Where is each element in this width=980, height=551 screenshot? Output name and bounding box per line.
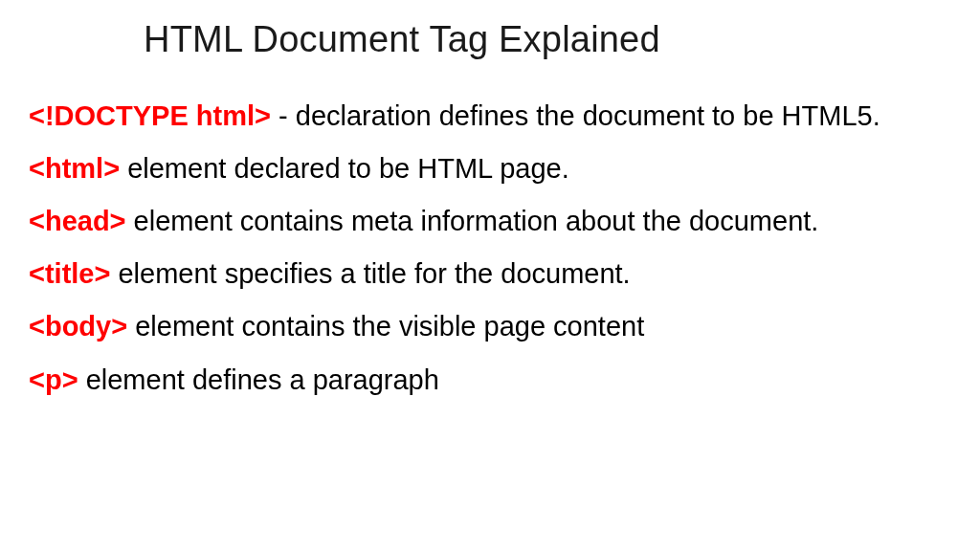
- slide-container: HTML Document Tag Explained <!DOCTYPE ht…: [0, 0, 980, 551]
- definition-line: <p> element defines a paragraph: [29, 363, 951, 398]
- desc-title: element specifies a title for the docume…: [110, 258, 630, 289]
- definition-line: <title> element specifies a title for th…: [29, 256, 951, 292]
- tag-html: <html>: [29, 153, 120, 184]
- definition-line: <!DOCTYPE html> - declaration defines th…: [29, 99, 951, 134]
- definition-line: <html> element declared to be HTML page.: [29, 151, 951, 187]
- desc-body: element contains the visible page conten…: [127, 311, 644, 342]
- definition-line: <head> element contains meta information…: [29, 204, 951, 239]
- tag-title: <title>: [29, 258, 110, 289]
- desc-head: element contains meta information about …: [126, 206, 819, 236]
- definition-line: <body> element contains the visible page…: [29, 309, 951, 344]
- tag-body: <body>: [29, 311, 127, 342]
- slide-title: HTML Document Tag Explained: [144, 19, 951, 60]
- desc-doctype: - declaration defines the document to be…: [271, 100, 880, 131]
- desc-html: element declared to be HTML page.: [120, 153, 569, 184]
- tag-p: <p>: [29, 364, 78, 395]
- desc-p: element defines a paragraph: [78, 364, 439, 395]
- tag-head: <head>: [29, 206, 126, 236]
- tag-doctype: <!DOCTYPE html>: [29, 100, 271, 131]
